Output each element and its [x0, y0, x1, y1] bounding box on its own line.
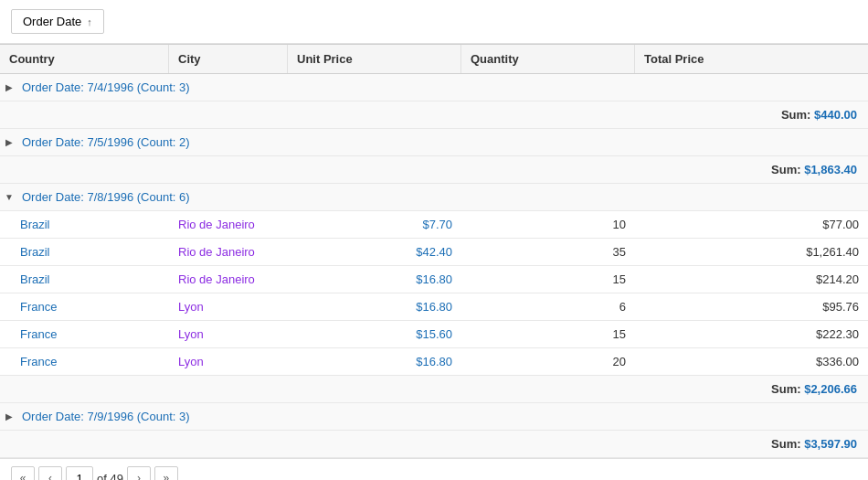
group-label-1: Order Date: 7/4/1996 (Count: 3): [18, 80, 868, 94]
cell-total-price: $214.20: [635, 266, 868, 293]
pagination: « ‹ of 49 › »: [0, 458, 868, 480]
cell-city: Rio de Janeiro: [169, 239, 288, 265]
cell-country: Brazil: [0, 266, 169, 293]
cell-city: Lyon: [169, 348, 288, 375]
cell-country: France: [0, 348, 169, 375]
grid-header: Country City Unit Price Quantity Total P…: [0, 44, 868, 74]
sort-direction-icon: ↑: [87, 16, 92, 27]
header-total-price: Total Price: [635, 45, 868, 73]
cell-country: France: [0, 321, 169, 347]
cell-total-price: $77.00: [635, 211, 868, 238]
group-sum-row-2: Sum: $1,863.40: [0, 156, 868, 184]
cell-city: Rio de Janeiro: [169, 211, 288, 238]
table-row: France Lyon $16.80 6 $95.76: [0, 293, 868, 321]
sort-button-label: Order Date: [23, 15, 81, 28]
table-row: France Lyon $15.60 15 $222.30: [0, 321, 868, 348]
group-row-1: Order Date: 7/4/1996 (Count: 3) Sum: $44…: [0, 74, 868, 129]
table-row: Brazil Rio de Janeiro $42.40 35 $1,261.4…: [0, 239, 868, 266]
cell-quantity: 10: [461, 211, 635, 238]
cell-unit-price: $16.80: [288, 293, 461, 320]
cell-city: Lyon: [169, 321, 288, 347]
cell-quantity: 6: [461, 293, 635, 320]
last-page-button[interactable]: »: [154, 466, 178, 480]
group-sum-row-4: Sum: $3,597.90: [0, 431, 868, 458]
sort-order-date-button[interactable]: Order Date ↑: [11, 9, 104, 34]
group-label-2: Order Date: 7/5/1996 (Count: 2): [18, 135, 868, 149]
cell-total-price: $1,261.40: [635, 239, 868, 265]
cell-city: Rio de Janeiro: [169, 266, 288, 293]
group-expand-icon-1[interactable]: [0, 82, 18, 92]
page-of-label: of 49: [97, 472, 123, 481]
group-expand-icon-3[interactable]: [0, 192, 18, 202]
cell-unit-price: $15.60: [288, 321, 461, 347]
group-row-2: Order Date: 7/5/1996 (Count: 2) Sum: $1,…: [0, 129, 868, 184]
cell-total-price: $95.76: [635, 293, 868, 320]
prev-page-button[interactable]: ‹: [38, 466, 62, 480]
cell-country: France: [0, 293, 169, 320]
group-label-4: Order Date: 7/9/1996 (Count: 3): [18, 410, 868, 423]
cell-city: Lyon: [169, 293, 288, 320]
table-row: France Lyon $16.80 20 $336.00: [0, 348, 868, 376]
table-row: Brazil Rio de Janeiro $16.80 15 $214.20: [0, 266, 868, 293]
group-row-4: Order Date: 7/9/1996 (Count: 3) Sum: $3,…: [0, 403, 868, 458]
first-page-button[interactable]: «: [11, 466, 35, 480]
group-expand-icon-4[interactable]: [0, 411, 18, 421]
cell-unit-price: $16.80: [288, 266, 461, 293]
group-row-3: Order Date: 7/8/1996 (Count: 6) Brazil R…: [0, 184, 868, 403]
group-sum-row-1: Sum: $440.00: [0, 101, 868, 129]
cell-quantity: 15: [461, 321, 635, 347]
group-expand-icon-2[interactable]: [0, 137, 18, 147]
cell-total-price: $222.30: [635, 321, 868, 347]
header-country: Country: [0, 45, 169, 73]
next-page-button[interactable]: ›: [127, 466, 151, 480]
group-label-3: Order Date: 7/8/1996 (Count: 6): [18, 190, 868, 204]
cell-quantity: 20: [461, 348, 635, 375]
header-city: City: [169, 45, 288, 73]
cell-quantity: 35: [461, 239, 635, 265]
header-unit-price: Unit Price: [288, 45, 461, 73]
group-sum-row-3: Sum: $2,206.66: [0, 376, 868, 403]
cell-unit-price: $7.70: [288, 211, 461, 238]
table-row: Brazil Rio de Janeiro $7.70 10 $77.00: [0, 211, 868, 239]
cell-total-price: $336.00: [635, 348, 868, 375]
cell-quantity: 15: [461, 266, 635, 293]
toolbar: Order Date ↑: [0, 0, 868, 44]
data-grid: Country City Unit Price Quantity Total P…: [0, 44, 868, 458]
cell-unit-price: $16.80: [288, 348, 461, 375]
cell-country: Brazil: [0, 239, 169, 265]
cell-unit-price: $42.40: [288, 239, 461, 265]
header-quantity: Quantity: [461, 45, 635, 73]
cell-country: Brazil: [0, 211, 169, 238]
page-number-input[interactable]: [66, 466, 93, 480]
